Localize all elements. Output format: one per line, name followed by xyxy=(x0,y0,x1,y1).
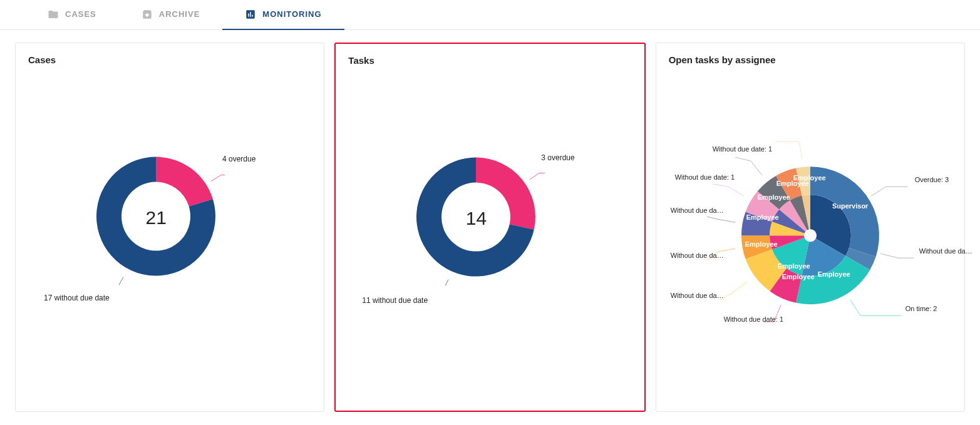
tab-archive[interactable]: ARCHIVE xyxy=(119,0,223,30)
donut-center-value: 21 xyxy=(145,207,166,228)
tab-cases[interactable]: CASES xyxy=(25,0,119,30)
tasks-donut-chart[interactable]: 14 3 overdue 11 without due date xyxy=(348,66,631,329)
label-without-due: 11 without due date xyxy=(362,296,428,305)
label-without-due-trunc: Without due da… xyxy=(671,252,724,259)
sunburst-svg xyxy=(663,91,957,379)
panel-assignee: Open tasks by assignee xyxy=(656,43,965,412)
donut-center-value: 14 xyxy=(466,208,487,229)
panel-cases: Cases 21 4 overdue 17 without due date xyxy=(15,43,324,412)
panel-title: Tasks xyxy=(348,55,631,66)
tab-monitoring[interactable]: MONITORING xyxy=(222,0,344,30)
tab-label: MONITORING xyxy=(262,9,321,19)
label-ontime: On time: 2 xyxy=(905,305,937,312)
label-overdue: 3 overdue xyxy=(541,153,574,162)
bar-chart-icon xyxy=(245,9,256,20)
tab-bar: CASES ARCHIVE MONITORING xyxy=(0,0,980,30)
tab-label: CASES xyxy=(65,9,96,19)
label-without-due-trunc: Without due da… xyxy=(919,247,972,255)
tab-label: ARCHIVE xyxy=(159,9,200,19)
label-without-due: 17 without due date xyxy=(44,294,110,302)
label-overdue: 4 overdue xyxy=(222,155,255,163)
panel-tasks: Tasks 14 3 overdue 11 without due date xyxy=(334,43,645,412)
label-without-due-1: Without due date: 1 xyxy=(724,315,783,323)
label-without-due-1: Without due date: 1 xyxy=(675,173,735,181)
label-without-due-trunc: Without due da… xyxy=(671,292,724,299)
panel-title: Open tasks by assignee xyxy=(669,54,952,65)
assignee-sunburst-chart[interactable]: Supervisor Employee Employee Employee Em… xyxy=(669,65,952,366)
panel-title: Cases xyxy=(28,54,311,65)
panels-row: Cases 21 4 overdue 17 without due date T… xyxy=(0,30,980,424)
label-without-due-1: Without due date: 1 xyxy=(713,145,772,153)
cases-donut-chart[interactable]: 21 4 overdue 17 without due date xyxy=(28,65,311,328)
archive-icon xyxy=(142,9,153,20)
label-without-due-trunc: Without due da… xyxy=(671,207,724,214)
label-overdue: Overdue: 3 xyxy=(915,176,949,183)
folder-icon xyxy=(48,9,59,20)
